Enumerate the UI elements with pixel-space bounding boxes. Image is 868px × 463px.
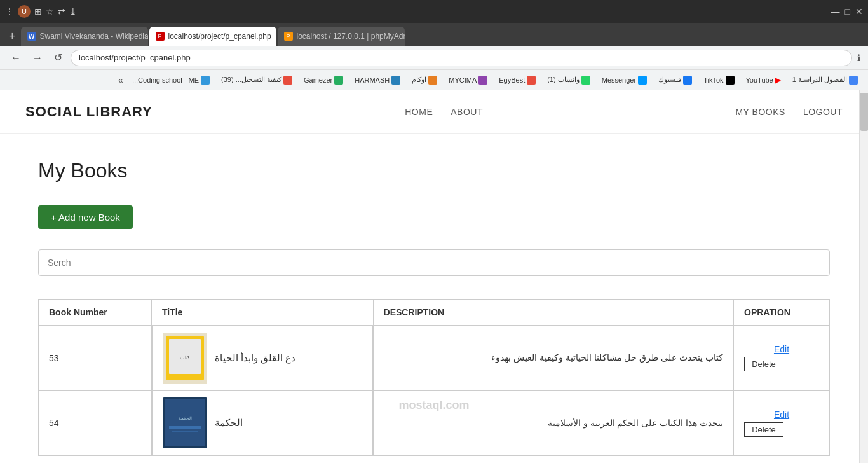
svg-text:كتاب: كتاب [180,355,190,361]
book-title-cell-2: الحكمة الحكمة [152,390,373,455]
tiktok-favicon [726,76,735,85]
bookmark-facebook[interactable]: فيسبوك [653,74,697,86]
download-icon[interactable]: ⤓ [69,6,77,17]
bookmark-gamezer-label: Gamezer [304,76,332,84]
bookmark-gamezer[interactable]: Gamezer [299,74,348,86]
table-header-row: Book Number TiTle DESCRIPTION OPRATION [39,300,830,326]
nav-my-books[interactable]: MY BOOKS [735,107,785,117]
back-forward-icon[interactable]: ⇄ [58,6,65,17]
registration-favicon [283,76,292,85]
bookmark-egybest[interactable]: EgyBest [494,74,541,86]
back-button[interactable]: ← [8,51,24,65]
bookmark-whatsapp-label: واتساب (1) [547,76,580,84]
svg-text:الحكمة: الحكمة [178,416,191,420]
messenger-favicon [638,76,647,85]
more-icon[interactable]: ⋮ [5,6,14,17]
table-row: 53 كتاب دع القلق وابدأ الحياة كتا [39,326,830,391]
window-controls[interactable]: ⋮ U ⊞ ☆ ⇄ ⤓ [5,5,77,18]
site-logo: SOCIAL LIBRARY [25,104,153,120]
add-book-button[interactable]: + Add new Book [38,205,133,229]
tab-phpmyadmin-label: localhost / 127.0.0.1 | phpMyAdm... [297,32,405,41]
tab-phpmyadmin[interactable]: P localhost / 127.0.0.1 | phpMyAdm... ✕ [278,27,405,46]
info-icon[interactable]: ℹ [857,53,860,63]
tab-cpanel[interactable]: P localhost/project/p_cpanel.php ✕ [149,27,276,46]
tab-wikipedia[interactable]: W Swami Vivekananda - Wikipedia ✕ [21,27,148,46]
whatsapp-favicon [581,76,590,85]
bookmark-harmash-label: HARMASH [355,76,390,84]
site-nav-links: HOME ABOUT [405,107,483,117]
phpmyadmin-favicon: P [284,32,293,41]
bookmark-facebook-label: فيسبوك [658,76,681,84]
book-title-text-2: الحكمة [215,417,243,429]
book-title-text-1: دع القلق وابدأ الحياة [215,352,296,364]
bookmark-whatsapp[interactable]: واتساب (1) [542,74,595,86]
minimize-button[interactable]: — [831,6,840,17]
bookmark-coding[interactable]: Coding school - ME... [127,74,215,86]
coding-favicon [201,76,210,85]
site-navigation: SOCIAL LIBRARY HOME ABOUT MY BOOKS LOGOU… [0,90,868,134]
col-description: DESCRIPTION [373,300,733,326]
book-title-cell-1: كتاب دع القلق وابدأ الحياة [152,326,373,390]
delete-book-2[interactable]: Delete [744,422,783,437]
search-container [38,249,830,276]
drassia-favicon [849,76,858,85]
bookmark-mycima[interactable]: MYCIMA [444,74,492,86]
svg-rect-8 [172,431,198,432]
okam-favicon [428,76,437,85]
extensions-icon[interactable]: ⊞ [34,6,42,17]
scrollbar[interactable] [859,90,868,463]
edit-book-2[interactable]: Edit [744,410,819,420]
more-bookmarks-icon[interactable]: » [118,75,123,85]
book-number-1: 53 [39,326,152,391]
gamezer-favicon [334,76,343,85]
bookmark-coding-label: Coding school - ME... [132,76,199,84]
bookmark-youtube[interactable]: ▶ YouTube [741,74,786,86]
new-tab-button[interactable]: + [5,27,20,46]
bookmarks-bar: الفصول الدراسية 1 ▶ YouTube TikTok فيسبو… [0,70,868,90]
youtube-icon: ▶ [775,76,781,85]
nav-about[interactable]: ABOUT [451,107,483,117]
bookmark-drassia-label: الفصول الدراسية 1 [792,76,847,84]
book-actions-1: Edit Delete [734,326,830,391]
address-bar: ← → ↺ ℹ [0,46,868,70]
svg-rect-5 [165,399,205,446]
site-nav-right: MY BOOKS LOGOUT [735,107,843,117]
bookmark-messenger-label: Messenger [602,76,636,84]
reload-button[interactable]: ↺ [51,50,65,65]
tab-wikipedia-label: Swami Vivekananda - Wikipedia [40,32,148,41]
tab-cpanel-close[interactable]: ✕ [275,32,276,41]
bookmark-okam-label: اوكام [412,76,426,84]
maximize-button[interactable]: □ [845,6,850,17]
bookmark-tiktok-label: TikTok [703,76,723,84]
svg-rect-7 [169,426,201,429]
wikipedia-favicon: W [27,32,36,41]
col-title: TiTle [151,300,373,326]
bookmark-star-icon[interactable]: ☆ [46,6,54,17]
bookmark-mycima-label: MYCIMA [449,76,477,84]
nav-logout[interactable]: LOGOUT [803,107,843,117]
bookmark-egybest-label: EgyBest [499,76,525,84]
search-input[interactable] [38,249,830,276]
profile-icon[interactable]: U [18,5,31,18]
bookmark-messenger[interactable]: Messenger [597,74,652,86]
bookmark-harmash[interactable]: HARMASH [349,74,405,86]
close-button[interactable]: ✕ [855,6,863,17]
forward-button[interactable]: → [29,51,46,65]
edit-book-1[interactable]: Edit [744,344,819,354]
col-book-number: Book Number [39,300,152,326]
browser-titlebar: ⋮ U ⊞ ☆ ⇄ ⤓ — □ ✕ [0,0,868,23]
bookmark-registration-label: كيفية التسجيل... (39) [221,76,281,84]
cpanel-favicon: P [156,32,165,41]
bookmark-okam[interactable]: اوكام [407,74,442,86]
address-input[interactable] [71,50,852,66]
delete-book-1[interactable]: Delete [744,357,783,371]
bookmark-drassia[interactable]: الفصول الدراسية 1 [787,74,863,86]
tab-cpanel-label: localhost/project/p_cpanel.php [168,32,271,41]
scrollbar-thumb[interactable] [860,93,868,131]
nav-home[interactable]: HOME [405,107,433,117]
bookmark-tiktok[interactable]: TikTok [698,74,739,86]
page-title: My Books [38,159,830,183]
bookmark-youtube-label: YouTube [746,76,773,84]
bookmark-registration[interactable]: كيفية التسجيل... (39) [216,74,297,86]
tabs-bar: + W Swami Vivekananda - Wikipedia ✕ P lo… [0,23,868,46]
